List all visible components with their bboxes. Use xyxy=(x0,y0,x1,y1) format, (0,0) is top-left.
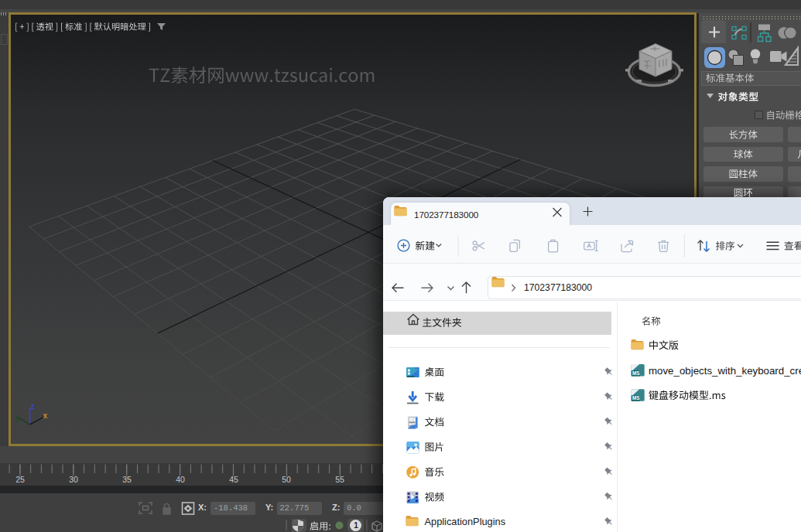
svg-text:x: x xyxy=(43,411,48,420)
svg-text:y: y xyxy=(15,414,20,422)
svg-text:z: z xyxy=(31,402,35,411)
svg-text:1: 1 xyxy=(354,521,358,530)
